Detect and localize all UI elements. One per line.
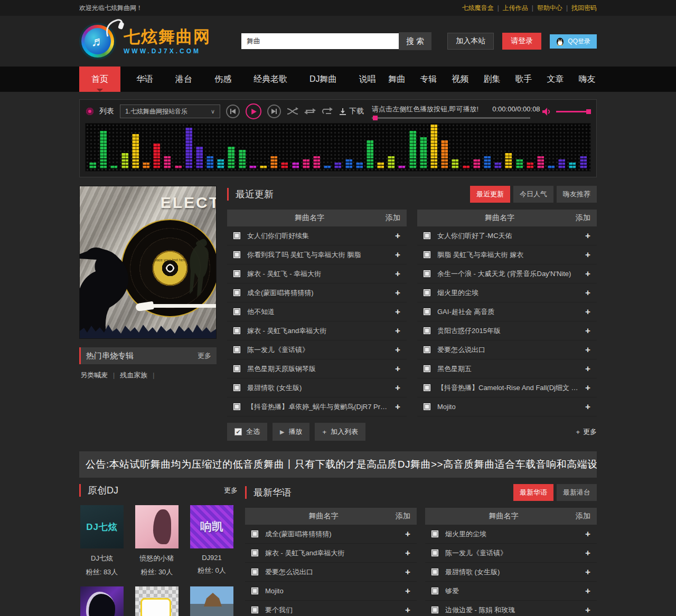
add-song-icon[interactable]: + <box>405 548 410 558</box>
add-song-icon[interactable]: + <box>585 307 590 317</box>
song-title[interactable]: 嫁衣 - 吴虹飞and幸福大街 <box>247 326 390 336</box>
nav-item-singers[interactable]: 歌手 <box>509 67 539 92</box>
song-checkbox[interactable] <box>424 346 430 353</box>
song-title[interactable]: 烟火里的尘埃 <box>437 288 580 298</box>
select-all-button[interactable]: ✔全选 <box>227 423 267 441</box>
song-checkbox[interactable] <box>251 568 258 575</box>
song-title[interactable]: 嫁衣 - 吴虹飞and幸福大街 <box>265 548 400 558</box>
add-song-icon[interactable]: + <box>585 288 590 298</box>
song-title[interactable]: 女人们你们听好续集 <box>247 231 390 241</box>
add-song-icon[interactable]: + <box>405 529 410 539</box>
song-row[interactable]: 成全(蒙面唱将猜猜猜)+ <box>227 283 407 302</box>
song-title[interactable]: Mojito <box>437 403 580 411</box>
nav-item-rap[interactable]: 说唱 <box>353 67 382 92</box>
song-checkbox[interactable] <box>431 587 438 594</box>
volume-icon[interactable] <box>542 108 551 116</box>
song-checkbox[interactable] <box>424 384 430 391</box>
nav-item-sad[interactable]: 伤感 <box>208 67 238 92</box>
song-row[interactable]: 要个我们+ <box>245 601 417 616</box>
add-song-icon[interactable]: + <box>585 548 590 558</box>
tab-latest-mandarin[interactable]: 最新华语 <box>513 484 553 501</box>
nav-item-series[interactable]: 剧集 <box>477 67 507 92</box>
add-song-icon[interactable]: + <box>585 402 590 412</box>
song-row[interactable]: 嫁衣 - 吴虹飞and幸福大街+ <box>245 544 417 563</box>
play-button[interactable] <box>246 103 261 119</box>
song-checkbox[interactable] <box>233 365 240 372</box>
top-link-upload[interactable]: 上传作品 <box>503 4 528 13</box>
song-checkbox[interactable] <box>233 346 240 353</box>
add-song-icon[interactable]: + <box>395 288 400 298</box>
add-song-icon[interactable]: + <box>405 567 410 577</box>
nav-item-home[interactable]: 首页 <box>79 67 120 92</box>
song-checkbox[interactable] <box>233 270 240 277</box>
song-row[interactable]: 【抖音热播】Camelot-Rise And Fall(Dj细文 Mi...+ <box>417 378 597 397</box>
song-title[interactable]: 贵阳古惑仔2015年版 <box>437 326 580 336</box>
song-title[interactable]: 最甜情歌 (女生版) <box>247 383 390 393</box>
nav-item-friends[interactable]: 嗨友 <box>572 67 602 92</box>
song-row[interactable]: Mojito+ <box>417 397 597 416</box>
dj-artist-card[interactable] <box>134 586 180 616</box>
repeat-button[interactable] <box>304 107 316 116</box>
qq-login-button[interactable]: QQ登录 <box>550 34 597 49</box>
song-row[interactable]: 陈一发儿《童话镇》+ <box>425 544 597 563</box>
song-title[interactable]: 【抖音热播】Camelot-Rise And Fall(Dj细文 Mi... <box>437 383 580 393</box>
song-checkbox[interactable] <box>424 289 430 296</box>
song-title[interactable]: 女人你们听好了-MC天佑 <box>437 231 580 241</box>
add-song-icon[interactable]: + <box>395 345 400 355</box>
join-site-button[interactable]: 加入本站 <box>447 33 494 50</box>
song-row[interactable]: 黑色星期天原版钢琴版+ <box>227 359 407 378</box>
add-song-icon[interactable]: + <box>395 250 400 260</box>
song-checkbox[interactable] <box>251 606 258 613</box>
dj-artist-card[interactable] <box>79 586 125 616</box>
song-title[interactable]: 胭脂 吴虹飞与幸福大街 嫁衣 <box>437 250 580 260</box>
play-selected-button[interactable]: ▶播放 <box>273 423 309 441</box>
song-checkbox[interactable] <box>424 232 430 239</box>
add-song-icon[interactable]: + <box>395 269 400 279</box>
nav-item-dj[interactable]: DJ舞曲 <box>303 67 343 92</box>
song-row[interactable]: Mojito+ <box>245 582 417 601</box>
song-checkbox[interactable] <box>251 549 258 556</box>
song-checkbox[interactable] <box>251 587 258 594</box>
add-song-icon[interactable]: + <box>585 605 590 615</box>
add-song-icon[interactable]: + <box>585 383 590 393</box>
song-title[interactable]: Mojito <box>265 587 400 595</box>
progress-bar[interactable] <box>372 117 530 119</box>
song-checkbox[interactable] <box>233 384 240 391</box>
dj-artist-card[interactable]: 响凯 DJ921 粉丝: 0人 <box>189 505 234 577</box>
song-title[interactable]: 最甜情歌 (女生版) <box>445 567 580 577</box>
login-button[interactable]: 请登录 <box>502 33 541 50</box>
hot-mix-more-link[interactable]: 更多 <box>198 351 211 361</box>
nav-item-albums[interactable]: 专辑 <box>414 67 444 92</box>
artist-avatar[interactable] <box>190 586 233 616</box>
song-row[interactable]: 够爱+ <box>425 582 597 601</box>
add-song-icon[interactable]: + <box>585 529 590 539</box>
top-link-password[interactable]: 找回密码 <box>571 4 597 13</box>
top-link-help[interactable]: 帮助中心 <box>537 4 562 13</box>
volume-slider[interactable] <box>556 111 590 112</box>
featured-album-art[interactable]: ELECT place your text here <box>79 186 217 339</box>
add-song-icon[interactable]: + <box>585 567 590 577</box>
nav-item-articles[interactable]: 文章 <box>541 67 570 92</box>
add-song-icon[interactable]: + <box>395 383 400 393</box>
nav-item-mandarin[interactable]: 华语 <box>130 67 159 92</box>
song-checkbox[interactable] <box>424 365 430 372</box>
song-checkbox[interactable] <box>431 530 438 537</box>
artist-avatar[interactable] <box>135 505 179 548</box>
artist-avatar[interactable] <box>80 586 124 616</box>
song-title[interactable]: 要个我们 <box>265 605 400 615</box>
song-row[interactable]: 余生一个浪 - 大威天龙 (背景音乐Day'N'Nite)+ <box>417 264 597 283</box>
dj-artist-card[interactable] <box>189 586 234 616</box>
add-song-icon[interactable]: + <box>395 307 400 317</box>
song-title[interactable]: GAI-超社会 高音质 <box>437 307 580 317</box>
song-row[interactable]: 嫁衣 - 吴虹飞and幸福大街+ <box>227 321 407 340</box>
search-button[interactable]: 搜 索 <box>399 32 431 50</box>
song-row[interactable]: 黑色星期五+ <box>417 359 597 378</box>
song-title[interactable]: 你看到我了吗 吴虹飞与幸福大街 胭脂 <box>247 250 390 260</box>
song-checkbox[interactable] <box>431 606 438 613</box>
add-song-icon[interactable]: + <box>395 402 400 412</box>
add-song-icon[interactable]: + <box>405 605 410 615</box>
song-title[interactable]: 边做边爱 - 陈娟 和玫瑰 <box>445 605 580 615</box>
add-song-icon[interactable]: + <box>585 269 590 279</box>
song-title[interactable]: 黑色星期五 <box>437 364 580 374</box>
song-title[interactable]: 【抖音热播】卓依婷_蜗牛与黄鹂鸟(DjR7 ProgH... <box>247 402 390 412</box>
